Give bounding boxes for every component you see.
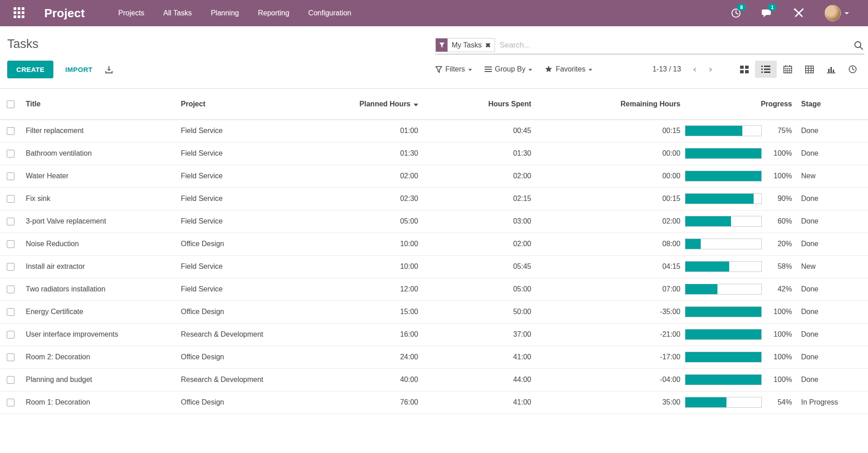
- remaining-hours-cell: 35:00: [533, 391, 682, 414]
- table-row[interactable]: Fix sinkField Service02:3002:1500:1590%D…: [0, 187, 868, 210]
- stage-cell: Done: [795, 119, 868, 142]
- table-row[interactable]: Room 1: DecorationOffice Design76:0041:0…: [0, 391, 868, 414]
- row-checkbox[interactable]: [7, 263, 14, 271]
- create-button[interactable]: CREATE: [7, 61, 53, 78]
- progress-bar: [685, 352, 762, 362]
- row-checkbox[interactable]: [7, 331, 14, 339]
- table-row[interactable]: Planning and budgetResearch & Developmen…: [0, 368, 868, 391]
- progress-bar-fill: [685, 352, 761, 362]
- app-name[interactable]: Project: [44, 6, 85, 20]
- table-row[interactable]: Energy CertificateOffice Design15:0050:0…: [0, 300, 868, 323]
- row-checkbox[interactable]: [7, 127, 14, 135]
- activity-view-icon[interactable]: [842, 61, 863, 78]
- row-select-checkbox-cell: [0, 119, 20, 142]
- view-switcher: [733, 61, 863, 78]
- progress-percent-cell: 75%: [766, 119, 795, 142]
- download-icon[interactable]: [104, 65, 113, 74]
- row-checkbox[interactable]: [7, 286, 14, 293]
- task-table-body: Filter replacementField Service01:0000:4…: [0, 119, 868, 414]
- progress-bar-fill: [685, 194, 754, 204]
- table-row[interactable]: Bathroom ventilationField Service01:3001…: [0, 142, 868, 165]
- column-header-hours-spent[interactable]: Hours Spent: [420, 89, 533, 119]
- list-view-icon[interactable]: [755, 61, 777, 78]
- row-checkbox[interactable]: [7, 353, 14, 361]
- hours-spent-cell: 02:00: [420, 165, 533, 187]
- select-all-checkbox[interactable]: [7, 100, 14, 108]
- row-checkbox[interactable]: [7, 376, 14, 384]
- row-select-checkbox-cell: [0, 165, 20, 187]
- graph-view-icon[interactable]: [820, 61, 842, 78]
- hours-spent-cell: 01:30: [420, 142, 533, 165]
- table-row[interactable]: Noise ReductionOffice Design10:0002:0008…: [0, 233, 868, 255]
- messages-bubble-icon[interactable]: 1: [761, 8, 773, 19]
- table-row[interactable]: Filter replacementField Service01:0000:4…: [0, 119, 868, 142]
- pager-previous-icon[interactable]: ‹: [693, 64, 697, 74]
- planned-hours-cell: 24:00: [312, 346, 420, 368]
- pager-next-icon[interactable]: ›: [708, 64, 712, 74]
- progress-percent-cell: 58%: [766, 255, 795, 278]
- progress-bar-cell: [682, 119, 766, 142]
- group-by-dropdown[interactable]: Group By: [485, 65, 533, 73]
- task-title-cell: Filter replacement: [20, 119, 181, 142]
- row-checkbox[interactable]: [7, 399, 14, 406]
- search-input[interactable]: [495, 41, 854, 50]
- stage-cell: Done: [795, 323, 868, 346]
- planned-hours-cell: 05:00: [312, 210, 420, 233]
- hours-spent-cell: 05:45: [420, 255, 533, 278]
- project-cell: Field Service: [181, 187, 312, 210]
- row-checkbox[interactable]: [7, 308, 14, 316]
- table-row[interactable]: Install air extractorField Service10:000…: [0, 255, 868, 278]
- planned-hours-cell: 10:00: [312, 233, 420, 255]
- planned-hours-cell: 01:00: [312, 119, 420, 142]
- developer-tools-icon[interactable]: [793, 7, 805, 19]
- favorites-dropdown[interactable]: Favorites: [545, 65, 592, 73]
- progress-bar-fill: [685, 262, 729, 272]
- hours-spent-cell: 50:00: [420, 300, 533, 323]
- nav-item-reporting[interactable]: Reporting: [257, 6, 290, 20]
- table-row[interactable]: Room 2: DecorationOffice Design24:0041:0…: [0, 346, 868, 368]
- remaining-hours-cell: 08:00: [533, 233, 682, 255]
- nav-item-planning[interactable]: Planning: [210, 6, 240, 20]
- pivot-view-icon[interactable]: [798, 61, 820, 78]
- column-header-planned-hours[interactable]: Planned Hours: [312, 89, 420, 119]
- column-header-title[interactable]: Title: [20, 89, 181, 119]
- chevron-down-icon: [528, 69, 532, 71]
- import-button[interactable]: IMPORT: [65, 66, 92, 73]
- facet-label: My Tasks: [452, 41, 481, 49]
- project-cell: Field Service: [181, 142, 312, 165]
- column-header-stage[interactable]: Stage: [795, 89, 868, 119]
- progress-bar-cell: [682, 323, 766, 346]
- table-row[interactable]: Water HeaterField Service02:0002:0000:00…: [0, 165, 868, 187]
- column-header-progress[interactable]: Progress: [682, 89, 795, 119]
- project-cell: Research & Development: [181, 368, 312, 391]
- apps-grid-icon[interactable]: [14, 7, 25, 19]
- nav-item-all-tasks[interactable]: All Tasks: [162, 6, 193, 20]
- row-select-checkbox-cell: [0, 255, 20, 278]
- group-by-bars-icon: [485, 66, 492, 72]
- kanban-view-icon[interactable]: [733, 61, 755, 78]
- table-row[interactable]: Two radiators installationField Service1…: [0, 278, 868, 300]
- row-checkbox[interactable]: [7, 150, 14, 157]
- search-magnifier-icon[interactable]: [854, 40, 863, 50]
- row-checkbox[interactable]: [7, 240, 14, 248]
- row-checkbox[interactable]: [7, 195, 14, 203]
- table-row[interactable]: 3-port Valve replacementField Service05:…: [0, 210, 868, 233]
- progress-percent-cell: 100%: [766, 346, 795, 368]
- progress-bar-fill: [685, 216, 731, 226]
- row-checkbox[interactable]: [7, 172, 14, 180]
- activity-clock-icon[interactable]: 8: [731, 8, 741, 19]
- column-header-remaining-hours[interactable]: Remaining Hours: [533, 89, 682, 119]
- table-row[interactable]: User interface improvementsResearch & De…: [0, 323, 868, 346]
- filters-dropdown[interactable]: Filters: [435, 65, 472, 73]
- control-panel: Tasks CREATE IMPORT My Tasks ✖ Filters: [0, 26, 868, 89]
- nav-item-configuration[interactable]: Configuration: [307, 6, 352, 20]
- progress-bar: [685, 329, 762, 340]
- remove-facet-icon[interactable]: ✖: [485, 42, 491, 49]
- row-checkbox[interactable]: [7, 218, 14, 225]
- user-menu[interactable]: [825, 5, 849, 21]
- calendar-view-icon[interactable]: [777, 61, 798, 78]
- nav-item-projects[interactable]: Projects: [118, 6, 146, 20]
- top-nav-bar: Project Projects All Tasks Planning Repo…: [0, 0, 868, 26]
- column-header-project[interactable]: Project: [181, 89, 312, 119]
- planned-hours-cell: 02:00: [312, 165, 420, 187]
